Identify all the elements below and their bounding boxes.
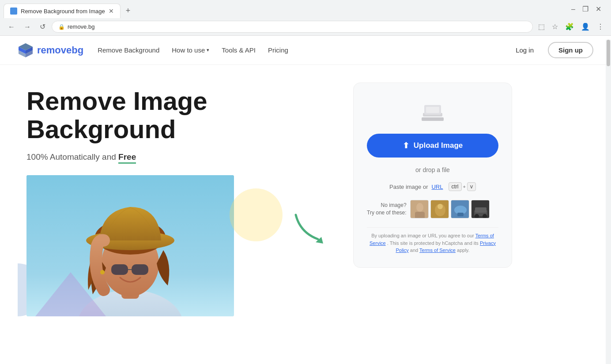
signup-button[interactable]: Sign up [548, 42, 593, 58]
scrollbar[interactable] [606, 40, 611, 364]
active-tab[interactable]: Remove Background from Image ✕ [4, 4, 121, 18]
bookmark-icon[interactable]: ☆ [550, 21, 560, 33]
browser-toolbar-right: ⬚ ☆ 🧩 👤 ⋮ [536, 21, 606, 33]
no-image-text: No image? Try one of these: [367, 202, 407, 217]
forward-button[interactable]: → [21, 21, 34, 33]
profile-icon[interactable]: 👤 [579, 21, 592, 33]
logo-icon [18, 42, 34, 58]
upload-button-label: Upload Image [414, 141, 463, 150]
svg-rect-22 [415, 212, 425, 218]
navbar: removebg Remove Background How to use ▾ … [0, 36, 611, 65]
site-content: removebg Remove Background How to use ▾ … [0, 36, 611, 360]
keyboard-shortcut: ctrl + v [449, 182, 476, 191]
window-controls: – ❐ ✕ [569, 4, 607, 18]
sample-thumb-1[interactable] [410, 200, 429, 218]
logo-text-remove: remove [37, 45, 72, 56]
paste-label: Paste image or [389, 184, 428, 190]
address-bar: ← → ↺ 🔒 remove.bg ⬚ ☆ 🧩 👤 ⋮ [0, 18, 611, 35]
tab-bar: Remove Background from Image ✕ + – ❐ ✕ [0, 0, 611, 18]
hero-section: Remove Image Background 100% Automatical… [0, 65, 611, 330]
svg-rect-16 [422, 117, 444, 121]
lock-icon: 🔒 [58, 24, 65, 30]
layers-icon [417, 101, 448, 125]
menu-icon[interactable]: ⋮ [595, 21, 606, 33]
sample-thumb-3[interactable] [451, 200, 469, 218]
login-button[interactable]: Log in [509, 43, 541, 57]
stack-icon [417, 101, 448, 125]
logo[interactable]: removebg [18, 42, 83, 58]
svg-rect-28 [457, 213, 464, 216]
upload-icon-area [367, 101, 498, 125]
sample-thumbnails [410, 200, 490, 218]
tab-close-button[interactable]: ✕ [109, 8, 114, 15]
browser-chrome: Remove Background from Image ✕ + – ❐ ✕ ←… [0, 0, 611, 36]
extensions-icon[interactable]: 🧩 [563, 21, 576, 33]
url-bar[interactable]: 🔒 remove.bg [52, 21, 533, 33]
nav-link-pricing[interactable]: Pricing [268, 46, 288, 54]
arrow-icon [291, 210, 336, 246]
svg-point-32 [483, 214, 487, 218]
nav-links: Remove Background How to use ▾ Tools & A… [98, 46, 494, 54]
tos-text: By uploading an image or URL you agree t… [367, 227, 498, 254]
circle-decoration [230, 188, 283, 241]
logo-text-bg: bg [72, 45, 83, 56]
url-link[interactable]: URL [431, 184, 443, 190]
svg-rect-12 [132, 264, 148, 275]
triangle-decoration [35, 272, 106, 316]
sample-thumb-4[interactable] [471, 200, 490, 218]
cast-icon[interactable]: ⬚ [536, 21, 547, 33]
svg-rect-33 [475, 207, 487, 213]
nav-link-how-to-use[interactable]: How to use ▾ [172, 46, 209, 54]
hero-title: Remove Image Background [26, 87, 274, 143]
drop-text: or drop a file [415, 166, 450, 173]
nav-link-remove-background[interactable]: Remove Background [98, 46, 159, 54]
tos-link-2[interactable]: Terms of Service [419, 248, 456, 253]
hero-image-container [26, 175, 274, 316]
upload-image-button[interactable]: ⬆ Upload Image [367, 134, 498, 158]
svg-point-31 [475, 214, 479, 218]
ctrl-key: ctrl [449, 182, 462, 191]
sample-images-row: No image? Try one of these: [367, 200, 498, 218]
plus-sign: + [463, 184, 466, 189]
upload-card: ⬆ Upload Image or drop a file Paste imag… [353, 83, 512, 268]
refresh-button[interactable]: ↺ [37, 21, 48, 33]
tab-title: Remove Background from Image [21, 8, 105, 15]
chevron-down-icon: ▾ [207, 47, 209, 53]
minimize-button[interactable]: – [569, 4, 578, 14]
v-key: v [467, 182, 476, 191]
nav-right: Log in Sign up [509, 42, 593, 58]
back-button[interactable]: ← [5, 21, 18, 33]
arrow-area [291, 210, 336, 246]
hero-left: Remove Image Background 100% Automatical… [26, 87, 274, 316]
url-text: remove.bg [68, 23, 94, 30]
svg-point-21 [416, 203, 423, 212]
svg-point-25 [438, 204, 443, 209]
new-tab-button[interactable]: + [122, 4, 134, 17]
upload-arrow-icon: ⬆ [403, 141, 409, 150]
close-button[interactable]: ✕ [593, 4, 604, 14]
scrollbar-thumb[interactable] [607, 40, 610, 66]
sample-thumb-2[interactable] [430, 200, 449, 218]
logo-text: removebg [37, 45, 83, 56]
hero-subtitle: 100% Automatically and Free [26, 152, 274, 162]
tab-favicon [10, 8, 17, 15]
maximize-button[interactable]: ❐ [580, 4, 591, 14]
svg-rect-11 [111, 264, 128, 275]
paste-row: Paste image or URL ctrl + v [367, 182, 498, 191]
svg-rect-19 [426, 107, 439, 113]
nav-link-tools-api[interactable]: Tools & API [222, 46, 256, 54]
